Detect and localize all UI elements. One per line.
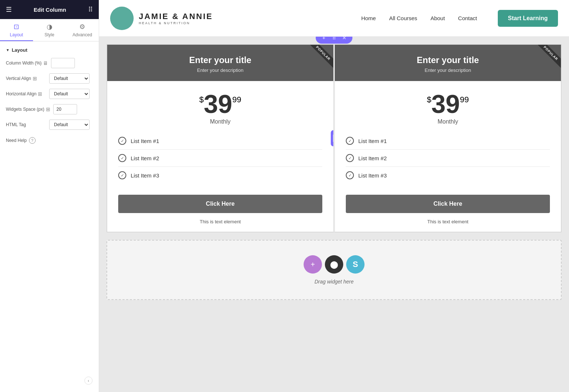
- drag-widget-section: + ⬤ S Drag widget here: [106, 240, 562, 300]
- pricing-col2-list: ✓ List Item #1 ✓ List Item #2 ✓ List Ite…: [335, 129, 561, 191]
- tab-layout[interactable]: ⊡ Layout: [0, 19, 33, 41]
- monitor-icon: 🖥: [43, 60, 48, 66]
- price-cents-1: 99: [232, 95, 241, 105]
- panel-tabs: ⊡ Layout ◑ Style ⚙ Advanced: [0, 19, 99, 41]
- horizontal-align-label: Horizontal Align ⊞: [6, 91, 46, 97]
- need-help-link[interactable]: Need Help ?: [6, 137, 93, 144]
- check-icon-5: ✓: [346, 154, 354, 162]
- grid-icon[interactable]: ⠿: [88, 6, 93, 14]
- nav-links: Home All Courses About Contact Start Lea…: [361, 10, 558, 27]
- pricing-col1-header: Enter your title Enter your description: [107, 45, 333, 81]
- widget-s-button[interactable]: S: [346, 255, 365, 274]
- horizontal-align-icon: ⊞: [38, 91, 42, 97]
- layout-section-title: ▼ Layout: [6, 47, 93, 53]
- widget-circle-button[interactable]: ⬤: [325, 255, 343, 274]
- col-resize-handle[interactable]: [331, 130, 334, 146]
- drag-widget-text: Drag widget here: [315, 279, 354, 285]
- resize-handle-bar: [333, 135, 334, 142]
- page-content: + ⠿ ✕ Enter your title Enter your descri…: [99, 37, 569, 392]
- nav-home[interactable]: Home: [361, 15, 376, 21]
- close-col-button[interactable]: ✕: [340, 37, 349, 42]
- html-tag-label: HTML Tag: [6, 122, 46, 127]
- popular-badge-1: [305, 44, 334, 73]
- logo-sub: HEALTH & NUTRITION: [139, 21, 213, 25]
- price-currency-1: $: [199, 95, 204, 105]
- vertical-align-label: Vertical Align ⊞: [6, 76, 46, 81]
- popular-badge-2: [533, 44, 561, 73]
- vertical-align-icon: ⊞: [33, 76, 37, 81]
- list-item-label: List Item #3: [358, 172, 387, 179]
- widgets-space-icon: ⊞: [46, 106, 50, 112]
- list-item-label: List Item #2: [131, 155, 159, 161]
- nav-about[interactable]: About: [431, 15, 445, 21]
- pricing-col1-btn[interactable]: Click Here: [118, 195, 322, 213]
- pricing-col2-header: Enter your title Enter your description: [335, 45, 561, 81]
- list-item: ✓ List Item #3: [346, 167, 550, 184]
- move-col-button[interactable]: ⠿: [330, 37, 338, 42]
- start-learning-button[interactable]: Start Learning: [498, 10, 558, 27]
- collapse-panel-button[interactable]: ‹: [84, 377, 93, 385]
- style-icon: ◑: [47, 23, 52, 31]
- price-amount-2: 39: [431, 90, 460, 118]
- pricing-col2-btn[interactable]: Click Here: [346, 195, 550, 213]
- vertical-align-row: Vertical Align ⊞ Default: [6, 73, 93, 84]
- column-width-input[interactable]: [51, 58, 75, 68]
- hamburger-icon[interactable]: ☰: [6, 6, 12, 14]
- arrow-icon: ▼: [6, 48, 10, 52]
- drag-icons: + ⬤ S: [304, 255, 365, 274]
- pricing-col2-desc: Enter your description: [342, 67, 554, 73]
- list-item-label: List Item #3: [131, 172, 159, 179]
- widgets-space-label: Widgets Space (px) ⊞: [6, 106, 50, 112]
- pricing-col2-note: This is text element: [335, 219, 561, 232]
- price-cents-2: 99: [460, 95, 469, 105]
- price-period-1: Monthly: [115, 118, 326, 125]
- tab-style[interactable]: ◑ Style: [33, 19, 66, 41]
- html-tag-row: HTML Tag Default: [6, 120, 93, 130]
- logo-brand: JAMIE & ANNIE: [139, 12, 213, 21]
- pricing-col2-title: Enter your title: [342, 55, 554, 65]
- left-panel: ☰ Edit Column ⠿ ⊡ Layout ◑ Style ⚙ Advan…: [0, 0, 99, 392]
- add-col-button[interactable]: +: [319, 37, 328, 42]
- list-item: ✓ List Item #1: [118, 132, 322, 150]
- pricing-section: + ⠿ ✕ Enter your title Enter your descri…: [106, 44, 562, 232]
- list-item: ✓ List Item #1: [346, 132, 550, 150]
- nav-all-courses[interactable]: All Courses: [389, 15, 417, 21]
- tab-advanced[interactable]: ⚙ Advanced: [66, 19, 99, 41]
- pricing-col1-price: $3999 Monthly: [107, 81, 333, 129]
- layout-icon: ⊡: [14, 23, 19, 31]
- pricing-col-2[interactable]: Enter your title Enter your description …: [334, 44, 561, 232]
- list-item: ✓ List Item #2: [118, 150, 322, 167]
- price-amount-1: 39: [204, 90, 232, 118]
- widgets-space-input[interactable]: [53, 104, 77, 114]
- column-width-label: Column Width (%) 🖥: [6, 60, 48, 66]
- pricing-col-1[interactable]: Enter your title Enter your description …: [107, 44, 334, 232]
- logo-area: JAMIE & ANNIE HEALTH & NUTRITION: [110, 7, 213, 30]
- html-tag-select[interactable]: Default: [49, 120, 90, 130]
- price-period-2: Monthly: [342, 118, 554, 125]
- pricing-col1-note: This is text element: [107, 219, 333, 232]
- logo-text: JAMIE & ANNIE HEALTH & NUTRITION: [139, 12, 213, 25]
- panel-header: ☰ Edit Column ⠿: [0, 0, 99, 19]
- column-toolbar: + ⠿ ✕: [316, 37, 352, 44]
- horizontal-align-select[interactable]: Default: [49, 89, 90, 99]
- logo-circle: [110, 7, 134, 30]
- check-icon-3: ✓: [118, 171, 126, 179]
- list-item-label: List Item #2: [358, 155, 387, 161]
- pricing-col1-desc: Enter your description: [115, 67, 326, 73]
- check-icon-4: ✓: [346, 137, 354, 145]
- vertical-align-select[interactable]: Default: [49, 73, 90, 84]
- pricing-col1-list: ✓ List Item #1 ✓ List Item #2 ✓ List Ite…: [107, 129, 333, 191]
- column-width-row: Column Width (%) 🖥: [6, 58, 93, 68]
- navbar: JAMIE & ANNIE HEALTH & NUTRITION Home Al…: [99, 0, 569, 37]
- pricing-col1-title: Enter your title: [115, 55, 326, 65]
- nav-contact[interactable]: Contact: [458, 15, 477, 21]
- list-item-label: List Item #1: [131, 138, 159, 144]
- pricing-col2-price: $3999 Monthly: [335, 81, 561, 129]
- check-icon-1: ✓: [118, 137, 126, 145]
- price-currency-2: $: [427, 95, 431, 105]
- check-icon-6: ✓: [346, 171, 354, 179]
- help-icon: ?: [29, 137, 36, 144]
- list-item: ✓ List Item #3: [118, 167, 322, 184]
- advanced-icon: ⚙: [79, 23, 85, 31]
- add-widget-button[interactable]: +: [304, 255, 322, 274]
